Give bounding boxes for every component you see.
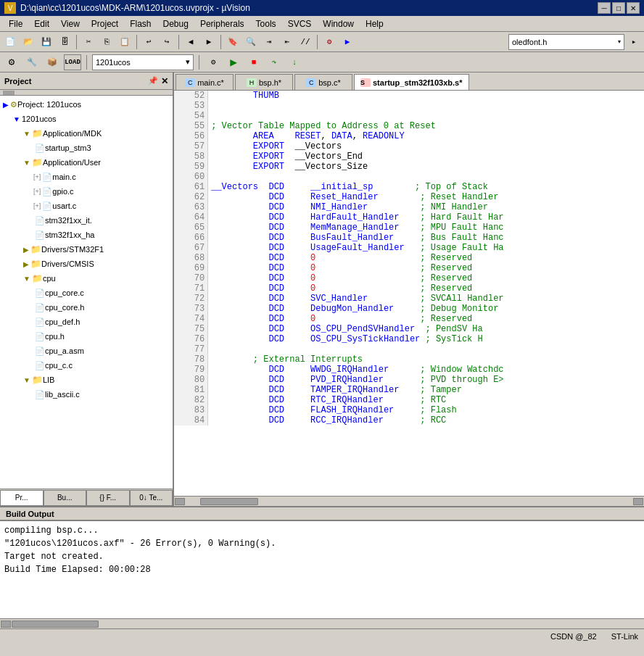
save-button[interactable]: 💾 bbox=[38, 34, 55, 50]
build-scrollbar[interactable] bbox=[0, 618, 644, 628]
code-content[interactable]: DCD 0 ; Reserved bbox=[208, 263, 644, 273]
outdent-btn[interactable]: ⇤ bbox=[278, 34, 296, 50]
tree-item[interactable]: 📄 stm32f1xx_ha bbox=[0, 228, 173, 242]
code-area[interactable]: 52 THUMB535455; Vector Table Mapped to A… bbox=[174, 91, 644, 496]
code-content[interactable]: DCD TAMPER_IRQHandler ; Tamper bbox=[208, 385, 644, 395]
tab-project[interactable]: Pr... bbox=[0, 490, 44, 506]
build-icon[interactable]: ⚙ bbox=[321, 34, 338, 50]
code-content[interactable]: ; External Interrupts bbox=[208, 354, 644, 365]
minimize-button[interactable]: ─ bbox=[598, 2, 611, 14]
step-into-btn[interactable]: ↓ bbox=[286, 54, 303, 70]
save-all-button[interactable]: 🗄 bbox=[56, 34, 73, 50]
code-content[interactable]: EXPORT __Vectors_Size bbox=[208, 162, 644, 172]
tree-item[interactable]: [+]📄 gpio.c bbox=[0, 184, 173, 199]
properties-btn[interactable]: 🔧 bbox=[23, 54, 41, 70]
tab-bsp_c_[interactable]: Cbsp.c* bbox=[294, 74, 352, 90]
target-settings-btn[interactable]: 📦 bbox=[44, 54, 61, 70]
menu-item-file[interactable]: File bbox=[3, 17, 28, 30]
code-content[interactable]: DCD MemManage_Handler ; MPU Fault Hanc bbox=[208, 223, 644, 233]
menu-item-tools[interactable]: Tools bbox=[250, 17, 282, 30]
comment-btn[interactable]: // bbox=[297, 34, 314, 50]
code-content[interactable]: DCD OS_CPU_SysTickHandler ; SysTick H bbox=[208, 334, 644, 344]
menu-item-debug[interactable]: Debug bbox=[157, 17, 194, 30]
code-content[interactable]: DCD UsageFault_Handler ; Usage Fault Ha bbox=[208, 243, 644, 253]
close-button[interactable]: ✕ bbox=[627, 2, 640, 14]
tree-item[interactable]: 📄 cpu_core.h bbox=[0, 300, 173, 315]
code-content[interactable]: AREA RESET, DATA, READONLY bbox=[208, 131, 644, 141]
code-content[interactable]: THUMB bbox=[208, 91, 644, 101]
tree-item[interactable]: [+]📄 usart.c bbox=[0, 199, 173, 213]
menu-item-svcs[interactable]: SVCS bbox=[282, 17, 318, 30]
tree-item[interactable]: ▼ 📁 cpu bbox=[0, 271, 173, 286]
maximize-button[interactable]: □ bbox=[612, 2, 625, 14]
menu-item-window[interactable]: Window bbox=[317, 17, 360, 30]
tree-item[interactable]: 📄 stm32f1xx_it. bbox=[0, 213, 173, 228]
tab-books[interactable]: Bu... bbox=[44, 490, 87, 506]
menu-item-project[interactable]: Project bbox=[86, 17, 124, 30]
new-file-button[interactable]: 📄 bbox=[1, 34, 19, 50]
debug-btn[interactable]: ▶ bbox=[339, 34, 356, 50]
file-dropdown[interactable]: oledfont.h ▾ bbox=[508, 34, 624, 50]
run-btn[interactable]: ▶ bbox=[225, 54, 242, 70]
tab-main_c_[interactable]: Cmain.c* bbox=[176, 74, 234, 90]
panel-pin-icon[interactable]: 📌 bbox=[148, 76, 158, 86]
code-content[interactable]: DCD 0 ; Reserved bbox=[208, 283, 644, 294]
tree-item[interactable]: ▼ 1201ucos bbox=[0, 112, 173, 126]
stop-btn[interactable]: ■ bbox=[245, 54, 263, 70]
menu-item-view[interactable]: View bbox=[55, 17, 86, 30]
code-content[interactable] bbox=[208, 172, 644, 182]
menu-item-flash[interactable]: Flash bbox=[124, 17, 157, 30]
search-btn[interactable]: 🔍 bbox=[242, 34, 260, 50]
tree-item[interactable]: ▶⚙ Project: 1201ucos bbox=[0, 97, 173, 112]
dropdown-expand-button[interactable]: ▸ bbox=[625, 34, 643, 50]
code-content[interactable]: DCD BusFault_Handler ; Bus Fault Hanc bbox=[208, 233, 644, 243]
menu-item-peripherals[interactable]: Peripherals bbox=[194, 17, 250, 30]
paste-button[interactable]: 📋 bbox=[116, 34, 133, 50]
tree-item[interactable]: 📄 cpu_c.c bbox=[0, 358, 173, 373]
code-content[interactable]: DCD 0 ; Reserved bbox=[208, 253, 644, 263]
code-content[interactable]: DCD HardFault_Handler ; Hard Fault Har bbox=[208, 212, 644, 223]
project-name-dropdown[interactable]: 1201ucos ▾ bbox=[92, 54, 194, 70]
open-file-button[interactable]: 📂 bbox=[20, 34, 37, 50]
code-content[interactable]: DCD WWDG_IRQHandler ; Window Watchdc bbox=[208, 365, 644, 375]
code-content[interactable]: EXPORT __Vectors_End bbox=[208, 151, 644, 162]
configure-btn[interactable]: ⚙ bbox=[205, 54, 222, 70]
code-content[interactable]: DCD NMI_Handler ; NMI Handler bbox=[208, 202, 644, 212]
tab-startup_stm32f103xb_s_[interactable]: Sstartup_stm32f103xb.s* bbox=[354, 74, 469, 90]
code-content[interactable]: DCD SVC_Handler ; SVCAll Handler bbox=[208, 294, 644, 304]
scrollbar-thumb[interactable] bbox=[200, 498, 258, 505]
step-over-btn[interactable]: ↷ bbox=[265, 54, 283, 70]
tree-item[interactable]: 📄 cpu_a.asm bbox=[0, 344, 173, 358]
horizontal-scrollbar[interactable] bbox=[174, 496, 644, 506]
code-content[interactable]: DCD RTC_IRQHandler ; RTC bbox=[208, 395, 644, 405]
tree-item[interactable]: ▶ 📁 Drivers/CMSIS bbox=[0, 257, 173, 271]
tree-item[interactable]: 📄 lib_ascii.c bbox=[0, 387, 173, 402]
tab-functions[interactable]: {} F... bbox=[86, 490, 130, 506]
code-content[interactable]: EXPORT __Vectors bbox=[208, 141, 644, 151]
tab-templates[interactable]: 0↓ Te... bbox=[130, 490, 173, 506]
code-content[interactable]: __Vectors DCD __initial_sp ; Top of Stac… bbox=[208, 182, 644, 192]
code-content[interactable]: DCD OS_CPU_PendSVHandler ; PendSV Ha bbox=[208, 324, 644, 334]
redo-button[interactable]: ↪ bbox=[158, 34, 176, 50]
tree-item[interactable]: 📄 startup_stm3 bbox=[0, 141, 173, 155]
code-content[interactable] bbox=[208, 344, 644, 354]
nav-back-button[interactable]: ◀ bbox=[182, 34, 199, 50]
tree-item[interactable]: ▼ 📁 Application/User bbox=[0, 155, 173, 170]
nav-forward-button[interactable]: ▶ bbox=[200, 34, 218, 50]
tab-bsp_h_[interactable]: Hbsp.h* bbox=[235, 74, 293, 90]
tree-item[interactable]: 📄 cpu_def.h bbox=[0, 315, 173, 329]
load-btn[interactable]: LOAD bbox=[64, 54, 81, 70]
bookmark-btn[interactable]: 🔖 bbox=[224, 34, 242, 50]
code-content[interactable] bbox=[208, 111, 644, 121]
code-content[interactable]: DCD DebugMon_Handler ; Debug Monitor bbox=[208, 304, 644, 314]
tree-item[interactable]: 📄 cpu_core.c bbox=[0, 286, 173, 300]
tree-item[interactable]: 📄 cpu.h bbox=[0, 329, 173, 344]
tree-item[interactable]: [+]📄 main.c bbox=[0, 170, 173, 184]
code-content[interactable]: DCD RCC_IRQHandler ; RCC bbox=[208, 415, 644, 425]
code-content[interactable]: DCD 0 ; Reserved bbox=[208, 273, 644, 283]
cut-button[interactable]: ✂ bbox=[80, 34, 97, 50]
project-settings-btn[interactable]: ⚙ bbox=[3, 54, 20, 70]
window-controls[interactable]: ─ □ ✕ bbox=[598, 2, 640, 14]
code-content[interactable]: DCD PVD_IRQHandler ; PVD through E> bbox=[208, 375, 644, 385]
tree-item[interactable]: ▶ 📁 Drivers/STM32F1 bbox=[0, 242, 173, 257]
